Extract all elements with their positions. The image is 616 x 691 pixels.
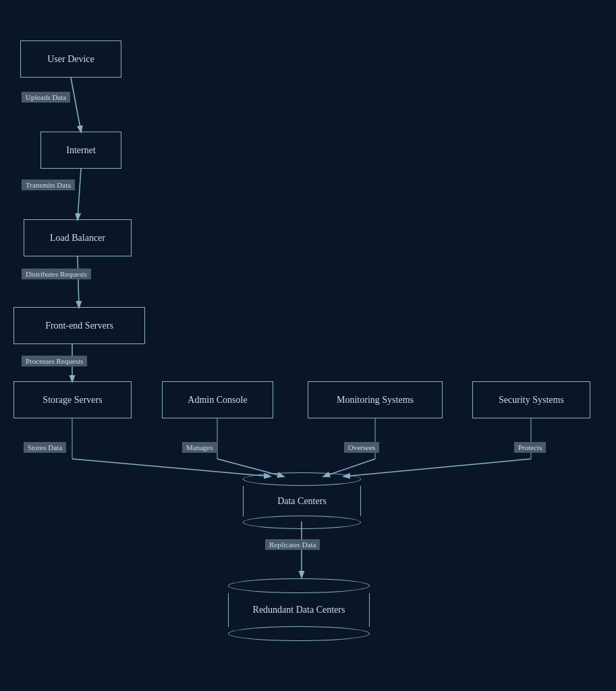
svg-line-2 [78,256,79,307]
security-systems-node: Security Systems [472,381,590,418]
svg-line-5 [72,459,270,476]
protects-label: Protects [514,442,546,453]
architecture-diagram: User Device Internet Load Balancer Front… [0,0,616,691]
manages-label: Manages [182,442,217,453]
svg-line-0 [71,78,81,132]
oversees-label: Oversees [344,442,379,453]
admin-console-node: Admin Console [162,381,273,418]
replicates-data-label: Replicates Data [265,539,320,550]
svg-line-11 [344,459,531,476]
processes-requests-label: Processes Requests [22,356,87,366]
svg-line-1 [78,169,81,219]
user-device-node: User Device [20,40,121,78]
stores-data-label: Stores Data [24,442,66,453]
redundant-data-centers-node: Redundant Data Centers [228,578,370,641]
storage-servers-node: Storage Servers [13,381,132,418]
internet-node: Internet [40,132,121,169]
frontend-servers-node: Front-end Servers [13,307,145,344]
transmits-data-label: Transmits Data [22,179,75,190]
uploads-data-label: Uploads Data [22,92,70,103]
monitoring-systems-node: Monitoring Systems [308,381,443,418]
load-balancer-node: Load Balancer [24,219,132,256]
distributes-requests-label: Distributes Requests [22,269,91,279]
data-centers-node: Data Centers [243,472,361,529]
